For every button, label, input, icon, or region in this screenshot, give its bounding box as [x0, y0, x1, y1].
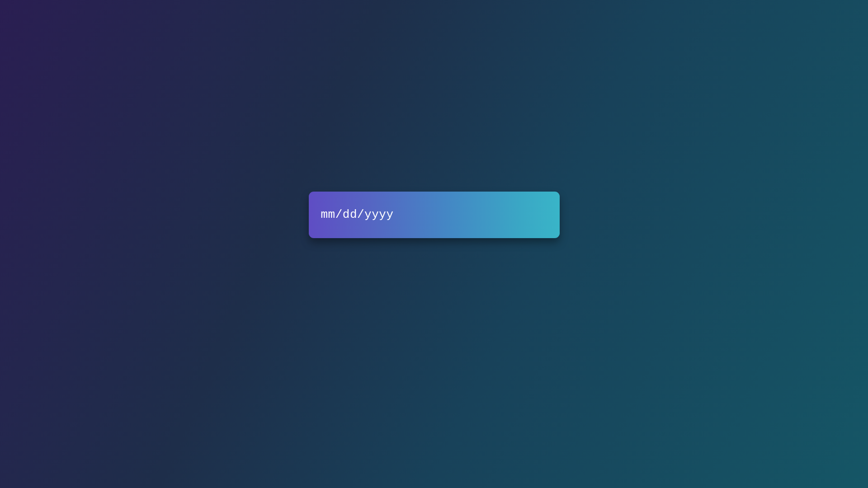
date-input-field[interactable]: mm/dd/yyyy [309, 192, 560, 238]
date-placeholder-text: mm/dd/yyyy [321, 208, 394, 221]
